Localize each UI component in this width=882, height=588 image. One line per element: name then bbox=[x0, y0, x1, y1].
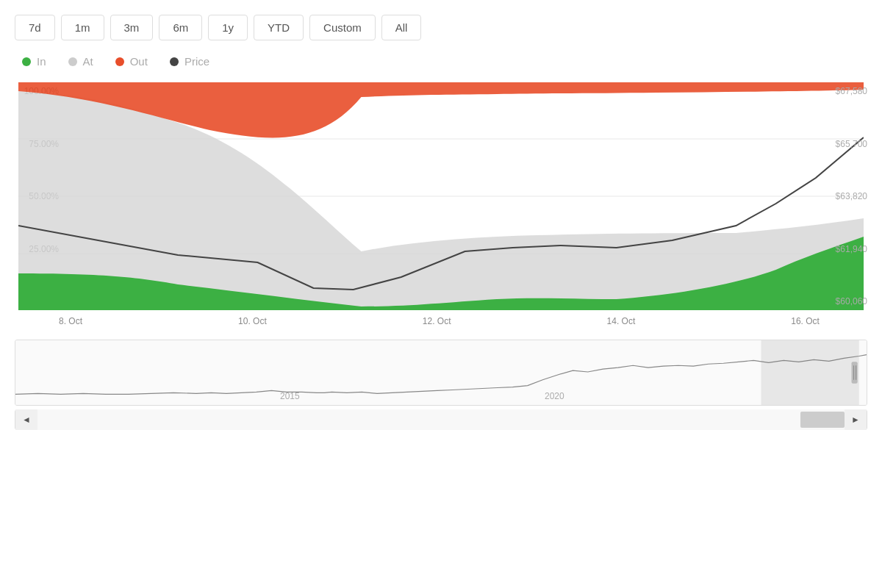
x-axis-label: 12. Oct bbox=[423, 316, 451, 326]
scroll-thumb[interactable] bbox=[800, 412, 845, 428]
x-axis-label: 10. Oct bbox=[238, 316, 267, 326]
y-axis-right-label: $61,940 bbox=[820, 244, 867, 254]
legend-label-out: Out bbox=[130, 55, 148, 68]
svg-rect-6 bbox=[761, 340, 859, 405]
svg-rect-5 bbox=[15, 340, 867, 405]
time-btn-ytd[interactable]: YTD bbox=[254, 15, 304, 40]
y-axis-right: $67,580$65,700$63,820$61,940$60,060 bbox=[820, 82, 867, 310]
x-axis: 8. Oct10. Oct12. Oct14. Oct16. Oct bbox=[15, 310, 867, 332]
main-chart-svg bbox=[18, 82, 864, 310]
legend-label-in: In bbox=[37, 55, 46, 68]
legend-dot-in bbox=[22, 57, 31, 66]
chart-legend: InAtOutPrice bbox=[15, 55, 867, 68]
legend-item-at: At bbox=[68, 55, 93, 68]
x-axis-label: 8. Oct bbox=[59, 316, 82, 326]
time-btn-all[interactable]: All bbox=[381, 15, 422, 40]
chart-wrapper: 100.00%75.00%50.00%25.00%0.00% bbox=[15, 82, 867, 430]
mini-year-2015: 2015 bbox=[280, 391, 300, 401]
legend-item-price: Price bbox=[170, 55, 209, 68]
y-axis-right-label: $65,700 bbox=[820, 139, 867, 149]
y-axis-right-label: $67,580 bbox=[820, 86, 867, 96]
time-btn-7d[interactable]: 7d bbox=[15, 15, 55, 40]
scroll-right-button[interactable]: ► bbox=[845, 409, 867, 430]
scroll-track[interactable] bbox=[37, 409, 845, 430]
legend-dot-price bbox=[170, 57, 179, 66]
mini-year-2020: 2020 bbox=[545, 391, 564, 401]
x-axis-label: 14. Oct bbox=[607, 316, 636, 326]
mini-chart: 2015 2020 bbox=[15, 340, 867, 406]
scrollbar: ◄ ► bbox=[15, 409, 867, 430]
legend-dot-at bbox=[68, 57, 77, 66]
y-axis-right-label: $60,060 bbox=[820, 296, 867, 306]
time-btn-3m[interactable]: 3m bbox=[110, 15, 154, 40]
time-btn-6m[interactable]: 6m bbox=[159, 15, 202, 40]
legend-dot-out bbox=[115, 57, 124, 66]
x-axis-label: 16. Oct bbox=[791, 316, 820, 326]
time-btn-1m[interactable]: 1m bbox=[61, 15, 104, 40]
time-range-controls: 7d1m3m6m1yYTDCustomAll bbox=[15, 15, 867, 40]
time-btn-custom[interactable]: Custom bbox=[309, 15, 376, 40]
legend-label-at: At bbox=[83, 55, 93, 68]
mini-chart-svg bbox=[15, 340, 867, 405]
time-btn-1y[interactable]: 1y bbox=[208, 15, 248, 40]
y-axis-right-label: $63,820 bbox=[820, 191, 867, 201]
legend-item-out: Out bbox=[115, 55, 148, 68]
legend-item-in: In bbox=[22, 55, 46, 68]
scroll-left-button[interactable]: ◄ bbox=[15, 409, 37, 430]
svg-rect-7 bbox=[852, 362, 858, 383]
legend-label-price: Price bbox=[184, 55, 209, 68]
